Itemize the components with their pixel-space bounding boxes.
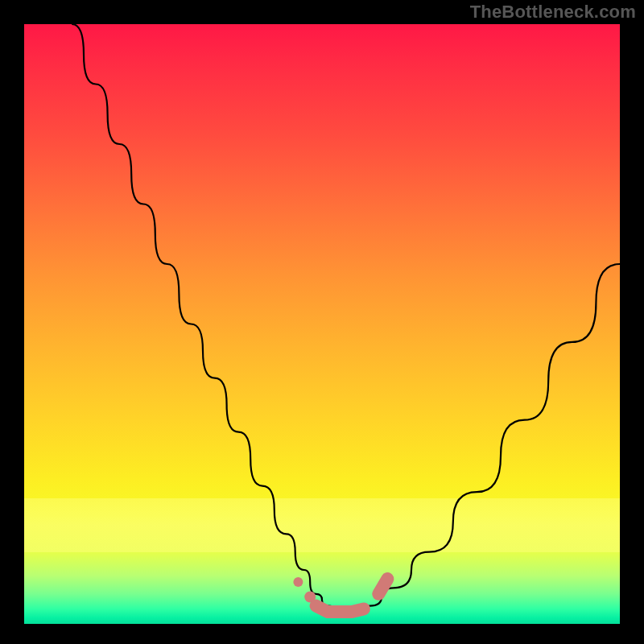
curve-layer xyxy=(24,24,620,624)
marker-bar xyxy=(316,606,364,613)
watermark-text: TheBottleneck.com xyxy=(470,2,636,23)
marker-dot xyxy=(293,577,303,587)
plot-area xyxy=(24,24,620,624)
chart-frame: TheBottleneck.com xyxy=(0,0,644,644)
marker-bar-right xyxy=(378,579,387,594)
bottleneck-curve xyxy=(72,24,620,612)
flat-range-dots xyxy=(293,577,387,612)
